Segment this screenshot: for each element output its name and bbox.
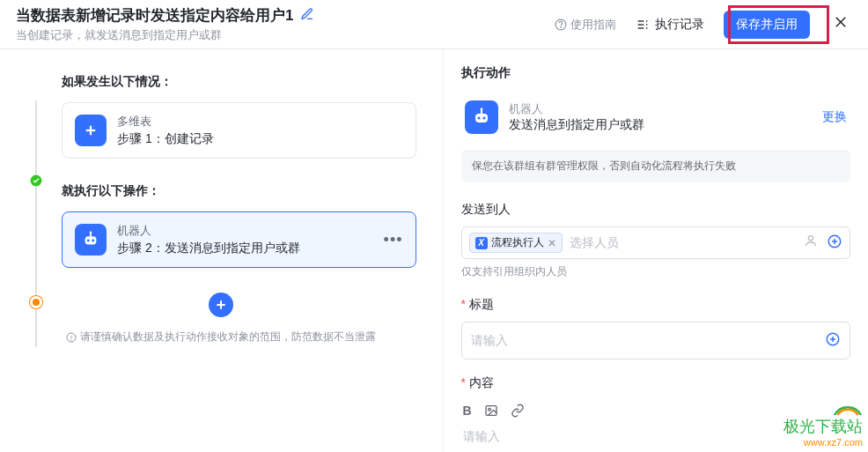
recipient-chip[interactable]: X 流程执行人 ✕ <box>469 233 563 253</box>
right-pane: 执行动作 机器人 发送消息到指定用户或群 更换 保您在该群组有群管理权限，否则自… <box>444 49 869 452</box>
send-to-label: 发送到人 <box>461 202 851 218</box>
image-icon[interactable] <box>484 404 498 420</box>
svg-point-25 <box>482 116 485 119</box>
insert-variable-icon[interactable] <box>825 331 841 350</box>
action-header: 机器人 发送消息到指定用户或群 更换 <box>461 93 851 141</box>
title-field-label: 标题 <box>461 297 851 313</box>
status-dot-pending <box>30 296 42 308</box>
bot-icon <box>465 100 498 134</box>
page-title: 当数据表新增记录时发送指定内容给用户1 <box>16 5 293 26</box>
bold-icon[interactable]: B <box>463 404 472 420</box>
svg-point-24 <box>477 116 480 119</box>
status-dot-success <box>30 174 42 187</box>
svg-rect-16 <box>90 233 92 237</box>
remove-chip-icon[interactable]: ✕ <box>548 237 556 249</box>
if-label: 如果发生以下情况： <box>62 74 416 90</box>
svg-point-22 <box>71 339 72 340</box>
add-step-button[interactable] <box>209 293 233 317</box>
action-sub: 机器人 <box>509 101 644 117</box>
step1-name: 多维表 <box>117 114 214 130</box>
person-icon[interactable] <box>804 233 818 252</box>
svg-point-15 <box>92 239 94 241</box>
flow-line <box>35 100 37 347</box>
content-field-label: 内容 <box>461 375 851 391</box>
svg-rect-23 <box>475 114 488 122</box>
step1-desc: 步骤 1：创建记录 <box>117 131 214 147</box>
permission-note: 保您在该群组有群管理权限，否则自动化流程将执行失败 <box>461 150 851 182</box>
exec-log-link[interactable]: 执行记录 <box>636 17 704 33</box>
link-icon[interactable] <box>511 404 525 420</box>
action-title: 发送消息到指定用户或群 <box>509 117 644 133</box>
svg-rect-13 <box>85 236 97 244</box>
action-section-label: 执行动作 <box>461 65 851 81</box>
svg-point-17 <box>90 231 92 233</box>
plus-icon <box>75 115 107 146</box>
guide-link[interactable]: 使用指南 <box>555 17 616 33</box>
content-editor[interactable]: 请输入 <box>461 427 851 447</box>
header: 当数据表新增记录时发送指定内容给用户1 当创建记录，就发送消息到指定用户或群 使… <box>0 0 868 49</box>
recipient-input[interactable]: X 流程执行人 ✕ 选择人员 <box>461 226 851 259</box>
svg-point-28 <box>808 236 813 241</box>
editor-toolbar: B <box>461 400 851 424</box>
step2-desc: 步骤 2：发送消息到指定用户或群 <box>117 241 300 256</box>
page-subtitle: 当创建记录，就发送消息到指定用户或群 <box>16 27 314 43</box>
svg-point-36 <box>488 408 490 411</box>
step-card-trigger[interactable]: 多维表 步骤 1：创建记录 <box>62 102 416 159</box>
header-left: 当数据表新增记录时发送指定内容给用户1 当创建记录，就发送消息到指定用户或群 <box>16 5 314 43</box>
title-input[interactable]: 请输入 <box>461 322 851 359</box>
bot-icon <box>75 224 107 256</box>
edit-icon[interactable] <box>300 7 314 24</box>
left-pane: 如果发生以下情况： 多维表 步骤 1：创建记录 就执行以下操作： 机器人 步骤 … <box>0 49 444 452</box>
svg-point-1 <box>561 26 562 27</box>
add-person-icon[interactable] <box>827 233 842 252</box>
recipient-hint: 仅支持引用组织内人员 <box>461 264 851 279</box>
privacy-tip: 请谨慎确认数据及执行动作接收对象的范围，防范数据不当泄露 <box>26 330 416 345</box>
step2-name: 机器人 <box>117 223 300 239</box>
svg-point-27 <box>480 108 482 111</box>
close-icon[interactable] <box>829 11 852 38</box>
swap-action-link[interactable]: 更换 <box>822 109 847 125</box>
svg-rect-26 <box>481 110 482 114</box>
more-icon[interactable]: ••• <box>384 231 403 249</box>
step-card-action[interactable]: 机器人 步骤 2：发送消息到指定用户或群 ••• <box>62 211 416 268</box>
svg-point-14 <box>87 239 90 241</box>
then-label: 就执行以下操作： <box>62 183 416 199</box>
x-badge-icon: X <box>475 237 488 249</box>
recipient-placeholder: 选择人员 <box>570 235 798 251</box>
save-enable-button[interactable]: 保存并启用 <box>724 11 810 39</box>
